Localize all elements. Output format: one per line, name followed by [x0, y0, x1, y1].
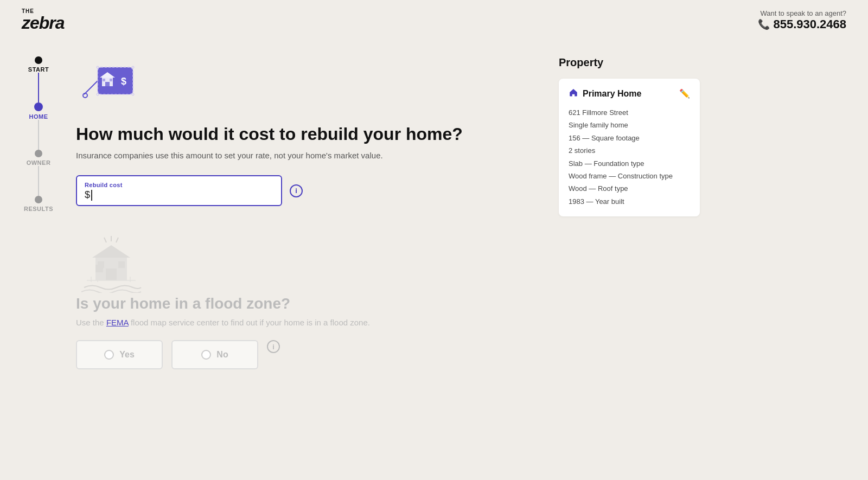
- svg-rect-8: [110, 79, 112, 81]
- connector-home-owner: [38, 120, 39, 150]
- svg-rect-6: [105, 82, 110, 86]
- step-label-owner: OWNER: [27, 159, 51, 166]
- flood-option-yes[interactable]: Yes: [76, 340, 163, 369]
- phone-number-text: 855.930.2468: [773, 17, 846, 31]
- property-address: 621 Fillmore Street: [569, 106, 690, 119]
- rebuild-input-field[interactable]: $: [85, 189, 273, 201]
- flood-option-no-label: No: [216, 350, 228, 360]
- flood-options: Yes No i: [76, 340, 515, 369]
- logo-zebra-text: zebra: [22, 14, 65, 31]
- property-card-title-row: Primary Home: [569, 87, 642, 100]
- step-label-home: HOME: [29, 113, 48, 120]
- step-start: START: [28, 56, 49, 73]
- rebuild-input-label: Rebuild cost: [85, 182, 273, 188]
- svg-rect-22: [95, 265, 103, 272]
- step-results: RESULTS: [24, 196, 53, 212]
- step-home: HOME: [29, 103, 48, 120]
- step-owner: OWNER: [27, 150, 51, 166]
- flood-subtitle-suffix: flood map service center to find out if …: [129, 318, 370, 327]
- logo: THE zebra: [22, 9, 65, 31]
- property-card-name: Primary Home: [583, 89, 642, 99]
- property-panel-title: Property: [559, 56, 700, 69]
- flood-info-icon[interactable]: i: [267, 340, 280, 353]
- svg-rect-19: [106, 268, 117, 280]
- property-stories: 2 stories: [569, 144, 690, 157]
- rebuild-house-svg: $: [76, 56, 146, 111]
- main-layout: START HOME OWNER RESULTS: [0, 40, 868, 479]
- step-dot-results: [35, 196, 42, 203]
- main-content: $: [60, 40, 548, 479]
- header-contact: Want to speak to an agent? 📞 855.930.246…: [758, 9, 846, 31]
- property-year-built: 1983 — Year built: [569, 195, 690, 208]
- svg-line-16: [104, 238, 106, 242]
- connector-start-home: [38, 73, 39, 103]
- property-foundation: Slab — Foundation type: [569, 157, 690, 170]
- svg-point-10: [97, 66, 99, 68]
- property-construction: Wood frame — Construction type: [569, 170, 690, 182]
- svg-marker-17: [92, 245, 130, 258]
- property-roof: Wood — Roof type: [569, 182, 690, 195]
- flood-option-yes-radio: [104, 350, 114, 360]
- rebuild-question-subtitle: Insurance companies use this amount to s…: [76, 151, 515, 160]
- property-sqft: 156 — Square footage: [569, 132, 690, 144]
- input-cursor: [91, 190, 92, 201]
- connector-owner-results: [38, 166, 39, 196]
- stepper-sidebar: START HOME OWNER RESULTS: [0, 40, 60, 479]
- edit-icon[interactable]: ✏️: [679, 88, 690, 99]
- rebuild-question-title: How much would it cost to rebuild your h…: [76, 124, 515, 144]
- svg-point-13: [132, 93, 134, 95]
- phone-number[interactable]: 📞 855.930.2468: [758, 17, 846, 31]
- rebuild-illustration: $: [76, 56, 515, 113]
- svg-line-1: [84, 81, 98, 94]
- property-home-type: Single family home: [569, 119, 690, 131]
- fema-link[interactable]: FEMA: [106, 318, 129, 327]
- svg-point-12: [97, 93, 99, 95]
- rebuild-input-group: Rebuild cost $ i: [76, 175, 515, 206]
- flood-question-title: Is your home in a flood zone?: [76, 295, 515, 312]
- svg-rect-7: [103, 79, 105, 81]
- svg-line-15: [116, 238, 118, 242]
- step-label-results: RESULTS: [24, 206, 53, 212]
- step-dot-owner: [35, 150, 42, 157]
- property-details: 621 Fillmore Street Single family home 1…: [569, 106, 690, 208]
- contact-label: Want to speak to an agent?: [758, 9, 846, 17]
- flood-option-no-radio: [201, 350, 211, 360]
- flood-option-yes-label: Yes: [119, 350, 135, 360]
- dollar-prefix: $: [85, 189, 90, 201]
- property-card-header: Primary Home ✏️: [569, 87, 690, 100]
- property-panel: Property Primary Home ✏️ 621 Fillmore S: [559, 56, 700, 216]
- flood-subtitle-prefix: Use the: [76, 318, 106, 327]
- step-dot-start: [35, 56, 42, 64]
- rebuild-cost-input-wrapper[interactable]: Rebuild cost $: [76, 175, 282, 206]
- step-label-start: START: [28, 66, 49, 73]
- property-home-icon: [569, 87, 578, 100]
- flood-section: Is your home in a flood zone? Use the FE…: [76, 233, 515, 369]
- flood-house-svg: [76, 233, 146, 293]
- step-dot-home: [34, 103, 43, 111]
- svg-point-11: [132, 66, 134, 68]
- phone-icon: 📞: [758, 18, 770, 30]
- right-sidebar: Property Primary Home ✏️ 621 Fillmore S: [548, 40, 722, 479]
- rebuild-info-icon[interactable]: i: [290, 184, 303, 197]
- flood-option-no[interactable]: No: [171, 340, 258, 369]
- svg-rect-21: [118, 261, 125, 268]
- svg-text:$: $: [121, 76, 126, 87]
- header: THE zebra Want to speak to an agent? 📞 8…: [0, 0, 868, 40]
- property-card: Primary Home ✏️ 621 Fillmore Street Sing…: [559, 79, 700, 216]
- flood-question-subtitle: Use the FEMA flood map service center to…: [76, 318, 515, 327]
